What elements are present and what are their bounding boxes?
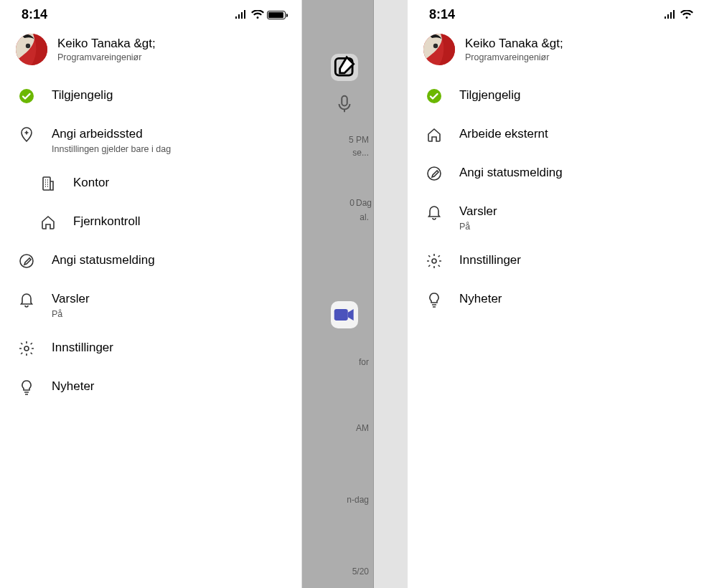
profile-name-right: Keiko Tanaka &gt; <box>465 37 563 51</box>
home-icon <box>425 125 443 144</box>
gutter <box>373 0 408 588</box>
set-location-icon <box>17 125 36 144</box>
menu-set-location-label: Angi arbeidssted <box>52 126 171 142</box>
menu-remote[interactable]: Fjernkontroll <box>0 203 301 242</box>
menu-whatsnew-right[interactable]: Nyheter <box>408 280 709 319</box>
bg-text-line4: n-dag <box>347 495 369 505</box>
background-chat-strip: 5 PM se... 0 Dag al. for AM n-dag 5/20 <box>301 0 408 588</box>
cellular-icon <box>234 10 248 20</box>
profile-name: Keiko Tanaka &gt; <box>57 37 156 51</box>
menu-notifications-right[interactable]: Varsler På <box>408 193 709 242</box>
menu-settings-label: Innstillinger <box>52 340 113 356</box>
available-icon <box>425 87 443 105</box>
menu-right: Tilgjengelig Arbeide eksternt Angi statu… <box>408 71 709 325</box>
menu-available-label: Tilgjengelig <box>52 87 113 103</box>
wifi-icon <box>251 10 264 20</box>
svg-point-10 <box>433 44 438 48</box>
menu-notifications-sub: På <box>52 309 90 319</box>
bg-text-time2: AM <box>356 423 369 433</box>
bg-text-day1: 0 <box>349 198 354 208</box>
lightbulb-icon <box>425 290 443 309</box>
menu-status-message-label: Angi statusmelding <box>52 252 155 268</box>
svg-rect-2 <box>334 309 348 321</box>
svg-point-4 <box>26 44 30 48</box>
menu-notifications-sub-right: På <box>459 222 497 232</box>
compose-button[interactable] <box>331 54 358 81</box>
status-bar-right: 8:14 <box>408 0 709 25</box>
mic-button[interactable] <box>334 93 355 115</box>
menu-set-location-sub: Innstillingen gjelder bare i dag <box>52 144 171 154</box>
bg-text-line5: 5/20 <box>352 566 369 577</box>
menu-left: Tilgjengelig Angi arbeidssted Innstillin… <box>0 71 301 412</box>
office-icon <box>39 174 57 193</box>
bg-text-line3: for <box>359 357 369 367</box>
status-message-icon <box>17 252 36 270</box>
menu-remote-label: Fjernkontroll <box>73 214 141 229</box>
menu-whatsnew[interactable]: Nyheter <box>0 368 301 407</box>
menu-settings-right[interactable]: Innstillinger <box>408 242 709 280</box>
lightbulb-icon <box>17 378 36 397</box>
status-time: 8:14 <box>22 7 47 22</box>
menu-status-message[interactable]: Angi statusmelding <box>0 242 301 280</box>
avatar <box>16 34 47 65</box>
bell-icon <box>17 290 36 309</box>
video-icon-badge <box>331 301 358 328</box>
menu-available[interactable]: Tilgjengelig <box>0 77 301 115</box>
menu-office[interactable]: Kontor <box>0 164 301 203</box>
compose-icon <box>331 54 358 81</box>
svg-rect-1 <box>342 96 347 106</box>
profile-role: Programvareingeniør <box>57 52 156 62</box>
avatar <box>423 34 455 65</box>
cellular-icon <box>663 10 677 20</box>
bg-text-line1: se... <box>352 148 369 158</box>
menu-available-label-right: Tilgjengelig <box>459 87 520 103</box>
menu-notifications[interactable]: Varsler På <box>0 280 301 329</box>
bell-icon <box>425 203 443 222</box>
available-icon <box>17 87 36 105</box>
menu-settings[interactable]: Innstillinger <box>0 329 301 368</box>
svg-point-8 <box>24 346 29 351</box>
wifi-icon <box>680 10 693 20</box>
svg-point-13 <box>432 259 436 263</box>
bg-text-line2: al. <box>360 212 369 222</box>
status-message-icon <box>425 164 443 183</box>
menu-status-message-label-right: Angi statusmelding <box>459 165 563 181</box>
status-icons-right <box>663 10 693 20</box>
gear-icon <box>425 252 443 270</box>
menu-available-right[interactable]: Tilgjengelig <box>408 77 709 115</box>
svg-rect-6 <box>43 177 50 190</box>
mic-icon <box>334 93 355 115</box>
status-bar: 8:14 <box>0 0 301 25</box>
menu-work-remote-label: Arbeide eksternt <box>459 126 548 142</box>
menu-settings-label-right: Innstillinger <box>459 252 521 268</box>
battery-icon <box>267 11 286 19</box>
menu-status-message-right[interactable]: Angi statusmelding <box>408 154 709 193</box>
bg-text-day1b: Dag <box>356 198 372 208</box>
menu-whatsnew-label: Nyheter <box>52 379 95 394</box>
profile-role-right: Programvareingeniør <box>465 52 563 62</box>
menu-notifications-label: Varsler <box>52 291 90 307</box>
status-time-right: 8:14 <box>429 7 455 22</box>
menu-notifications-label-right: Varsler <box>459 204 497 219</box>
bg-text-time1: 5 PM <box>349 135 369 145</box>
status-icons <box>234 10 286 20</box>
menu-office-label: Kontor <box>73 175 109 191</box>
profile-row[interactable]: Keiko Tanaka &gt; Programvareingeniør <box>0 25 301 71</box>
profile-row-right[interactable]: Keiko Tanaka &gt; Programvareingeniør <box>408 25 709 71</box>
right-panel: 8:14 Keiko Tanaka &gt; Programvareingeni… <box>408 0 709 588</box>
menu-work-remote[interactable]: Arbeide eksternt <box>408 115 709 154</box>
menu-whatsnew-label-right: Nyheter <box>459 291 502 307</box>
video-icon <box>331 301 358 328</box>
home-icon <box>39 213 57 232</box>
gear-icon <box>17 339 36 358</box>
menu-set-location[interactable]: Angi arbeidssted Innstillingen gjelder b… <box>0 115 301 164</box>
left-panel: 8:14 Keiko Tanaka &gt; Programvareingeni… <box>0 0 301 588</box>
